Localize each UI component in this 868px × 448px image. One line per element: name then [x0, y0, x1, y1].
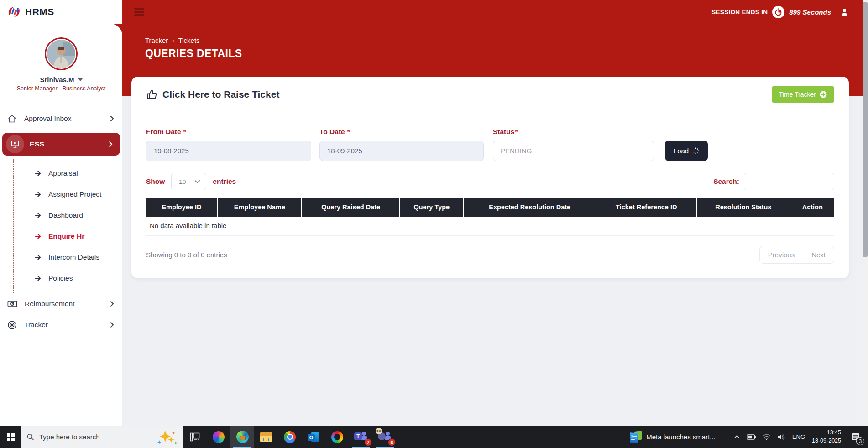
topbar-red-strip: SESSION ENDS IN 899 Seconds	[122, 0, 868, 24]
taskbar-search-box[interactable]: Type here to search	[21, 426, 183, 448]
submenu-item-label: Intercom Details	[48, 253, 99, 261]
language-indicator[interactable]: ENG	[792, 433, 805, 440]
breadcrumb-tickets[interactable]: Tickets	[178, 36, 200, 44]
browser-scrollbar[interactable]	[863, 0, 868, 426]
breadcrumb: Tracker › Tickets	[145, 36, 200, 44]
to-date-label: To Date*	[319, 128, 484, 136]
submenu-item-label: Dashboard	[48, 211, 83, 219]
plus-circle-icon	[820, 91, 827, 98]
col-ticket-reference-id: Ticket Reference ID	[596, 198, 696, 217]
to-date-input[interactable]	[319, 141, 484, 161]
profile-name: Srinivas.M	[40, 76, 74, 83]
from-date-label: From Date*	[146, 128, 311, 136]
chevron-right-icon	[110, 322, 114, 328]
breadcrumb-tracker[interactable]: Tracker	[145, 36, 168, 44]
copilot-icon	[213, 431, 225, 443]
pointing-hand-icon	[146, 89, 158, 100]
sidebar-item-approval-inbox[interactable]: Approval Inbox	[0, 108, 122, 129]
sidebar-item-label: Approval Inbox	[24, 115, 71, 123]
raise-ticket-heading[interactable]: Click Here to Raise Ticket	[162, 89, 279, 100]
search-icon	[27, 433, 34, 441]
arrow-right-icon	[35, 213, 42, 218]
table-summary: Showing 0 to 0 of 0 entries	[146, 251, 227, 259]
start-button[interactable]	[0, 426, 21, 448]
windows-logo-icon	[7, 433, 15, 441]
previous-page-button[interactable]: Previous	[759, 246, 803, 264]
from-date-input[interactable]	[146, 141, 311, 161]
empty-table-row: No data available in table	[146, 217, 834, 236]
profile-role: Senior Manager - Business Analyst	[0, 85, 122, 92]
arrow-right-icon	[35, 192, 42, 197]
profile-section: Srinivas.M Senior Manager - Business Ana…	[0, 24, 122, 92]
sidebar-item-label: ESS	[30, 140, 44, 148]
page-size-value: 10	[179, 178, 194, 185]
load-button[interactable]: Load	[665, 141, 708, 161]
empty-table-message: No data available in table	[146, 217, 834, 236]
topbar-right-group: SESSION ENDS IN 899 Seconds	[711, 6, 868, 18]
scrollbar-thumb[interactable]	[863, 2, 868, 257]
hamburger-menu-icon[interactable]	[134, 8, 144, 16]
colorful-app-button[interactable]	[325, 426, 349, 448]
filter-form: From Date* To Date* Status* Load	[146, 128, 834, 161]
tray-expand-icon[interactable]	[734, 435, 740, 439]
file-explorer-icon	[260, 432, 272, 442]
queries-table: Employee ID Employee Name Query Raised D…	[146, 198, 834, 236]
table-controls: Show 10 entries Search:	[146, 173, 834, 190]
speaker-icon[interactable]	[778, 434, 785, 440]
teams-notification-badge: 7	[364, 438, 372, 446]
status-input[interactable]	[493, 141, 654, 161]
outlook-button[interactable]: O	[302, 426, 325, 448]
sidebar: Srinivas.M Senior Manager - Business Ana…	[0, 24, 122, 426]
sidebar-item-tracker[interactable]: Tracker	[0, 314, 122, 335]
col-query-raised-date: Query Raised Date	[302, 198, 400, 217]
submenu-item-assigned-project[interactable]: Assigned Project	[14, 184, 122, 205]
show-label: Show	[146, 177, 165, 186]
page-size-select[interactable]: 10	[171, 173, 206, 190]
wifi-icon[interactable]	[763, 434, 771, 440]
copilot-button[interactable]	[207, 426, 230, 448]
queries-card: Click Here to Raise Ticket Time Tracker …	[131, 77, 849, 278]
news-widget[interactable]: Meta launches smart...	[630, 431, 716, 443]
home-icon	[7, 114, 17, 124]
submenu-item-policies[interactable]: Policies	[14, 268, 122, 289]
banknote-icon	[7, 300, 17, 307]
col-employee-id: Employee ID	[146, 198, 218, 217]
logo-area: HRMS	[0, 0, 122, 24]
clock[interactable]: 13:45 18-09-2025	[812, 429, 841, 445]
submenu-item-label: Policies	[48, 274, 73, 282]
sidebar-item-reimbursement[interactable]: Reimbursement	[0, 293, 122, 314]
sidebar-item-label: Reimbursement	[25, 300, 74, 308]
file-explorer-button[interactable]	[254, 426, 278, 448]
submenu-item-label: Appraisal	[48, 169, 78, 177]
edge-button[interactable]	[230, 426, 254, 448]
col-action: Action	[790, 198, 834, 217]
topbar: HRMS SESSION ENDS IN 899 Seconds	[0, 0, 868, 24]
sidebar-item-ess[interactable]: ESS	[2, 133, 120, 156]
spinner-icon	[692, 147, 699, 154]
chrome-button[interactable]	[278, 426, 302, 448]
col-expected-resolution-date: Expected Resolution Date	[463, 198, 596, 217]
chat-app-button[interactable]: SM 6	[373, 426, 397, 448]
table-search-input[interactable]	[744, 173, 834, 190]
submenu-item-enquire-hr[interactable]: Enquire Hr	[14, 226, 122, 247]
clock-time: 13:45	[827, 429, 841, 436]
pagination: Previous Next	[759, 246, 834, 264]
avatar[interactable]	[45, 37, 78, 70]
sidebar-item-label: Tracker	[24, 321, 48, 329]
edge-browser-icon	[236, 431, 249, 443]
battery-icon[interactable]	[747, 434, 756, 440]
submenu-item-dashboard[interactable]: Dashboard	[14, 205, 122, 226]
task-view-button[interactable]	[183, 426, 207, 448]
submenu-item-intercom-details[interactable]: Intercom Details	[14, 247, 122, 268]
time-tracker-button[interactable]: Time Tracker	[772, 86, 834, 103]
table-header-row: Employee ID Employee Name Query Raised D…	[146, 198, 834, 217]
chevron-down-icon	[194, 180, 200, 183]
notification-center-button[interactable]: 3	[848, 426, 863, 448]
submenu-item-appraisal[interactable]: Appraisal	[14, 163, 122, 184]
user-icon[interactable]	[840, 8, 849, 16]
teams-button[interactable]: T 7	[349, 426, 373, 448]
profile-caret-icon[interactable]	[78, 78, 83, 81]
next-page-button[interactable]: Next	[803, 246, 834, 264]
col-employee-name: Employee Name	[218, 198, 302, 217]
card-header: Click Here to Raise Ticket Time Tracker	[146, 77, 834, 112]
